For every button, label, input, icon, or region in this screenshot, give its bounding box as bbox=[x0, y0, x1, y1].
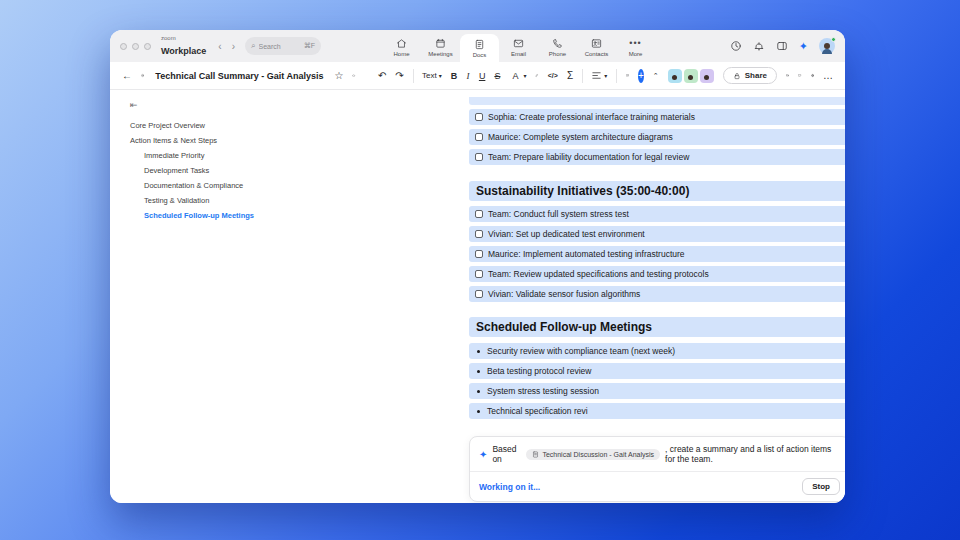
cloud-sync-icon bbox=[352, 70, 355, 81]
bullet-dot bbox=[477, 390, 480, 393]
more-icon: ••• bbox=[629, 38, 641, 49]
search-icon: ⌕ bbox=[251, 41, 255, 51]
italic-button[interactable]: I bbox=[466, 71, 470, 81]
ai-companion-panel: ✦ Based on Technical Discussion - Gait A… bbox=[469, 436, 845, 502]
strikethrough-button[interactable]: S bbox=[494, 71, 500, 81]
bold-button[interactable]: B bbox=[451, 71, 458, 81]
bullet-dot bbox=[477, 350, 480, 353]
search-input[interactable]: ⌕ Search ⌘F bbox=[245, 37, 321, 55]
window-controls[interactable] bbox=[120, 43, 151, 50]
ai-insert-button[interactable]: + bbox=[638, 69, 644, 83]
checkbox[interactable] bbox=[475, 290, 483, 298]
outline-sidebar: ⇤ Core Project Overview Action Items & N… bbox=[110, 90, 290, 503]
nav-forward-icon[interactable]: › bbox=[232, 41, 235, 52]
sidebar-item-core-project-overview[interactable]: Core Project Overview bbox=[130, 118, 290, 133]
nav-back-icon[interactable]: ‹ bbox=[218, 41, 221, 52]
checkbox[interactable] bbox=[475, 250, 483, 258]
ai-sparkle-icon: ✦ bbox=[479, 449, 487, 460]
collaborator-avatar[interactable] bbox=[700, 69, 714, 83]
comment-icon[interactable] bbox=[626, 70, 629, 81]
history-icon[interactable] bbox=[730, 40, 742, 52]
chevron-down-icon: ▾ bbox=[604, 72, 607, 79]
top-bar: zoom Workplace ‹ › ⌕ Search ⌘F Home Meet… bbox=[110, 30, 845, 62]
chat-icon[interactable] bbox=[798, 70, 801, 81]
todo-item[interactable]: Team: Conduct full system stress test bbox=[469, 206, 845, 222]
globe-icon[interactable] bbox=[811, 70, 814, 81]
redo-icon[interactable]: ↷ bbox=[395, 71, 403, 81]
undo-icon[interactable]: ↶ bbox=[378, 71, 386, 81]
underline-button[interactable]: U bbox=[479, 71, 486, 81]
bullet-item[interactable]: Technical specification revi bbox=[469, 403, 845, 419]
align-dropdown[interactable]: ▾ bbox=[591, 70, 607, 81]
section-heading: Scheduled Follow-up Meetings bbox=[469, 317, 845, 337]
home-icon bbox=[396, 38, 407, 49]
collapse-toolbar-icon[interactable]: ⌃ bbox=[653, 72, 659, 79]
tab-more[interactable]: ••• More bbox=[616, 32, 655, 62]
sidebar-item-testing-validation[interactable]: Testing & Validation bbox=[130, 193, 290, 208]
bullet-item[interactable]: Beta testing protocol review bbox=[469, 363, 845, 379]
back-icon[interactable]: ← bbox=[122, 71, 132, 81]
minimize-window-button[interactable] bbox=[132, 43, 139, 50]
bullet-item[interactable]: System stress testing session bbox=[469, 383, 845, 399]
bullet-item[interactable]: Security review with compliance team (ne… bbox=[469, 343, 845, 359]
collapse-sidebar-icon[interactable]: ⇤ bbox=[130, 100, 290, 110]
avatar[interactable] bbox=[819, 38, 835, 54]
tab-phone[interactable]: Phone bbox=[538, 32, 577, 62]
collaborator-avatar[interactable] bbox=[684, 69, 698, 83]
history-nav: ‹ › bbox=[218, 41, 235, 52]
status-online-dot bbox=[831, 37, 836, 42]
document-canvas[interactable]: Sophia: Create professional interface tr… bbox=[290, 90, 845, 503]
close-window-button[interactable] bbox=[120, 43, 127, 50]
todo-item[interactable]: Sophia: Create professional interface tr… bbox=[469, 109, 845, 125]
todo-item[interactable]: Maurice: Complete system architecture di… bbox=[469, 129, 845, 145]
todo-item[interactable]: Vivian: Set up dedicated test environmen… bbox=[469, 226, 845, 242]
checkbox[interactable] bbox=[475, 210, 483, 218]
chevron-down-icon: ▾ bbox=[523, 72, 526, 79]
checkbox[interactable] bbox=[475, 270, 483, 278]
docs-home-icon[interactable] bbox=[141, 70, 144, 81]
sidebar-item-documentation-compliance[interactable]: Documentation & Compliance bbox=[130, 178, 290, 193]
code-icon[interactable]: </> bbox=[548, 72, 558, 79]
text-style-dropdown[interactable]: Text ▾ bbox=[422, 71, 442, 80]
stop-button[interactable]: Stop bbox=[802, 478, 840, 495]
favorite-star-icon[interactable]: ☆ bbox=[334, 71, 343, 81]
ai-companion-icon[interactable]: ✦ bbox=[799, 40, 808, 53]
checkbox[interactable] bbox=[475, 113, 483, 121]
notifications-bell-icon[interactable] bbox=[753, 40, 765, 52]
sidebar-item-immediate-priority[interactable]: Immediate Priority bbox=[130, 148, 290, 163]
tab-docs[interactable]: Docs bbox=[460, 34, 499, 62]
tab-contacts[interactable]: Contacts bbox=[577, 32, 616, 62]
document-icon bbox=[532, 451, 539, 458]
source-doc-chip[interactable]: Technical Discussion - Gait Analysis bbox=[526, 449, 660, 460]
sidebar-item-scheduled-follow-up[interactable]: Scheduled Follow-up Meetings bbox=[130, 208, 290, 223]
tab-email[interactable]: Email bbox=[499, 32, 538, 62]
ai-status-text: Working on it... bbox=[479, 482, 540, 492]
checkbox[interactable] bbox=[475, 133, 483, 141]
sidebar-item-development-tasks[interactable]: Development Tasks bbox=[130, 163, 290, 178]
more-options-icon[interactable]: … bbox=[823, 71, 833, 81]
maximize-window-button[interactable] bbox=[144, 43, 151, 50]
section-heading: Sustainability Initiatives (35:00-40:00) bbox=[469, 181, 845, 201]
formula-icon[interactable]: Σ bbox=[567, 71, 573, 81]
todo-item[interactable]: Maurice: Implement automated testing inf… bbox=[469, 246, 845, 262]
todo-item[interactable]: Vivian: Validate sensor fusion algorithm… bbox=[469, 286, 845, 302]
contacts-icon bbox=[591, 38, 602, 49]
side-panel-icon[interactable] bbox=[776, 40, 788, 52]
tab-home[interactable]: Home bbox=[382, 32, 421, 62]
video-camera-icon[interactable] bbox=[786, 70, 789, 81]
tab-meetings[interactable]: Meetings bbox=[421, 32, 460, 62]
top-right-actions: ✦ bbox=[730, 30, 835, 62]
checkbox[interactable] bbox=[475, 153, 483, 161]
todo-item[interactable]: Team: Prepare liability documentation fo… bbox=[469, 149, 845, 165]
text-color-dropdown[interactable]: A ▾ bbox=[509, 71, 526, 81]
collaborator-avatar[interactable] bbox=[668, 69, 682, 83]
search-shortcut: ⌘F bbox=[304, 42, 315, 50]
checkbox[interactable] bbox=[475, 230, 483, 238]
share-button[interactable]: Share bbox=[723, 67, 777, 84]
todo-item[interactable]: Team: Review updated specifications and … bbox=[469, 266, 845, 282]
doc-toolbar: ← Technical Call Summary - Gait Analysis… bbox=[110, 62, 845, 90]
collaborator-avatars bbox=[668, 69, 714, 83]
link-icon[interactable] bbox=[535, 70, 538, 81]
sidebar-item-action-items[interactable]: Action Items & Next Steps bbox=[130, 133, 290, 148]
ai-prompt-suffix: , create a summary and a list of action … bbox=[665, 444, 840, 464]
